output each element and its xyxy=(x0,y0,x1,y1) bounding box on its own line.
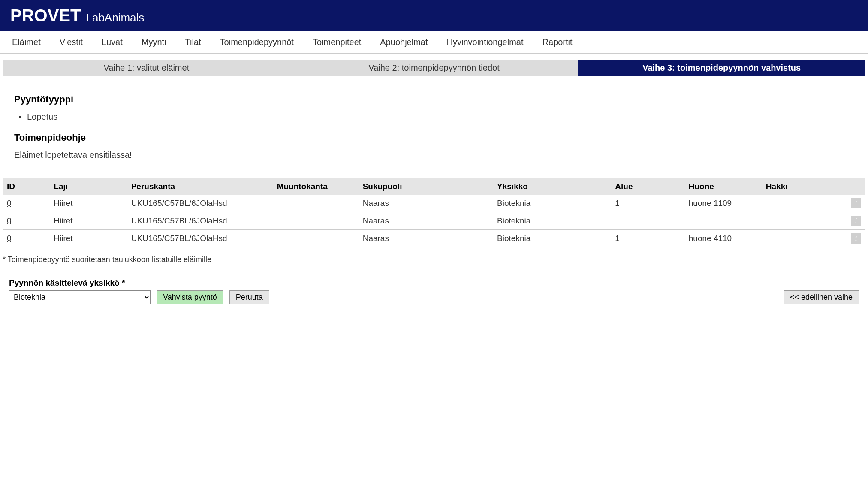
confirm-button[interactable]: Vahvista pyyntö xyxy=(157,290,223,304)
app-subtitle: LabAnimals xyxy=(86,11,144,24)
cell-strain: UKU165/C57BL/6JOlaHsd xyxy=(127,212,273,230)
cell-sex: Naaras xyxy=(359,212,493,230)
request-summary-box: Pyyntötyyppi Lopetus Toimenpideohje Eläi… xyxy=(3,84,865,172)
nav-procedure-requests[interactable]: Toimenpidepyynnöt xyxy=(211,31,303,53)
step-2[interactable]: Vaihe 2: toimenpidepyynnön tiedot xyxy=(290,60,578,76)
cell-species: Hiiret xyxy=(49,230,127,247)
animals-table-wrap: ID Laji Peruskanta Muuntokanta Sukupuoli… xyxy=(3,178,865,247)
cell-unit: Bioteknia xyxy=(493,195,611,212)
cell-room: huone 4110 xyxy=(684,230,762,247)
request-type-value: Lopetus xyxy=(27,112,854,122)
instruction-text: Eläimet lopetettava ensitilassa! xyxy=(14,150,854,160)
cell-sex: Naaras xyxy=(359,230,493,247)
col-strain: Peruskanta xyxy=(127,178,273,195)
cell-unit: Bioteknia xyxy=(493,212,611,230)
nav-procedures[interactable]: Toimenpiteet xyxy=(303,31,371,53)
nav-welfare-issues[interactable]: Hyvinvointiongelmat xyxy=(437,31,533,53)
animals-table: ID Laji Peruskanta Muuntokanta Sukupuoli… xyxy=(3,178,865,247)
main-nav: Eläimet Viestit Luvat Myynti Tilat Toime… xyxy=(0,31,868,54)
info-icon[interactable]: i xyxy=(851,198,861,208)
step-1[interactable]: Vaihe 1: valitut eläimet xyxy=(3,60,290,76)
cell-sex: Naaras xyxy=(359,195,493,212)
nav-messages[interactable]: Viestit xyxy=(50,31,92,53)
handling-unit-label: Pyynnön käsittelevä yksikkö * xyxy=(9,278,859,288)
col-id: ID xyxy=(3,178,49,195)
cancel-button[interactable]: Peruuta xyxy=(229,290,269,304)
cell-cage xyxy=(762,230,847,247)
table-row: 0 Hiiret UKU165/C57BL/6JOlaHsd Naaras Bi… xyxy=(3,212,865,230)
info-icon[interactable]: i xyxy=(851,216,861,226)
cell-area xyxy=(611,212,684,230)
col-unit: Yksikkö xyxy=(493,178,611,195)
col-cage: Häkki xyxy=(762,178,847,195)
step-3[interactable]: Vaihe 3: toimenpidepyynnön vahvistus xyxy=(578,60,865,76)
cell-species: Hiiret xyxy=(49,212,127,230)
cell-unit: Bioteknia xyxy=(493,230,611,247)
cell-area: 1 xyxy=(611,195,684,212)
cell-cage xyxy=(762,212,847,230)
col-sex: Sukupuoli xyxy=(359,178,493,195)
animal-id-link[interactable]: 0 xyxy=(7,216,12,225)
col-mutstrain: Muuntokanta xyxy=(273,178,359,195)
footnote-text: * Toimenpidepyyntö suoritetaan taulukkoo… xyxy=(3,255,865,264)
table-row: 0 Hiiret UKU165/C57BL/6JOlaHsd Naaras Bi… xyxy=(3,230,865,247)
col-species: Laji xyxy=(49,178,127,195)
app-header: PROVET LabAnimals xyxy=(0,0,868,31)
nav-facilities[interactable]: Tilat xyxy=(176,31,211,53)
cell-room: huone 1109 xyxy=(684,195,762,212)
nav-permits[interactable]: Luvat xyxy=(92,31,132,53)
cell-mutstrain xyxy=(273,212,359,230)
cell-area: 1 xyxy=(611,230,684,247)
cell-mutstrain xyxy=(273,230,359,247)
animal-id-link[interactable]: 0 xyxy=(7,199,12,208)
brand-name: PROVET xyxy=(10,6,81,25)
handling-unit-select[interactable]: Bioteknia xyxy=(9,290,151,304)
col-room: Huone xyxy=(684,178,762,195)
request-type-heading: Pyyntötyyppi xyxy=(14,94,854,105)
nav-reports[interactable]: Raportit xyxy=(533,31,582,53)
nav-utilities[interactable]: Apuohjelmat xyxy=(371,31,437,53)
cell-strain: UKU165/C57BL/6JOlaHsd xyxy=(127,195,273,212)
wizard-steps: Vaihe 1: valitut eläimet Vaihe 2: toimen… xyxy=(3,60,865,76)
col-info xyxy=(847,178,865,195)
cell-room xyxy=(684,212,762,230)
col-area: Alue xyxy=(611,178,684,195)
animal-id-link[interactable]: 0 xyxy=(7,234,12,243)
instruction-heading: Toimenpideohje xyxy=(14,132,854,143)
cell-strain: UKU165/C57BL/6JOlaHsd xyxy=(127,230,273,247)
nav-sales[interactable]: Myynti xyxy=(132,31,176,53)
info-icon[interactable]: i xyxy=(851,233,861,244)
previous-step-button[interactable]: << edellinen vaihe xyxy=(784,290,859,304)
cell-species: Hiiret xyxy=(49,195,127,212)
nav-animals[interactable]: Eläimet xyxy=(3,31,50,53)
cell-mutstrain xyxy=(273,195,359,212)
confirmation-form: Pyynnön käsittelevä yksikkö * Bioteknia … xyxy=(3,273,865,311)
table-row: 0 Hiiret UKU165/C57BL/6JOlaHsd Naaras Bi… xyxy=(3,195,865,212)
cell-cage xyxy=(762,195,847,212)
